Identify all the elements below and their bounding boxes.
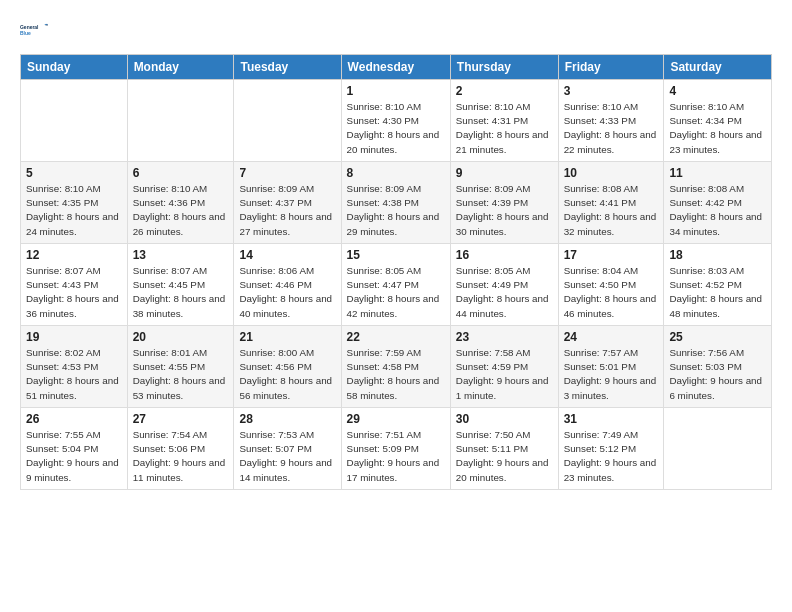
calendar-cell: 30Sunrise: 7:50 AM Sunset: 5:11 PM Dayli… [450,408,558,490]
day-info: Sunrise: 7:49 AM Sunset: 5:12 PM Dayligh… [564,428,659,485]
calendar-week-row: 26Sunrise: 7:55 AM Sunset: 5:04 PM Dayli… [21,408,772,490]
svg-text:Blue: Blue [20,31,31,36]
day-info: Sunrise: 7:59 AM Sunset: 4:58 PM Dayligh… [347,346,445,403]
day-info: Sunrise: 7:55 AM Sunset: 5:04 PM Dayligh… [26,428,122,485]
calendar-cell: 28Sunrise: 7:53 AM Sunset: 5:07 PM Dayli… [234,408,341,490]
logo-icon: General Blue [20,16,48,44]
day-number: 1 [347,84,445,98]
day-number: 15 [347,248,445,262]
calendar-cell: 31Sunrise: 7:49 AM Sunset: 5:12 PM Dayli… [558,408,664,490]
calendar-week-row: 12Sunrise: 8:07 AM Sunset: 4:43 PM Dayli… [21,244,772,326]
calendar-cell: 25Sunrise: 7:56 AM Sunset: 5:03 PM Dayli… [664,326,772,408]
day-info: Sunrise: 7:56 AM Sunset: 5:03 PM Dayligh… [669,346,766,403]
day-info: Sunrise: 7:53 AM Sunset: 5:07 PM Dayligh… [239,428,335,485]
weekday-header-sunday: Sunday [21,55,128,80]
day-info: Sunrise: 8:04 AM Sunset: 4:50 PM Dayligh… [564,264,659,321]
day-number: 11 [669,166,766,180]
day-number: 31 [564,412,659,426]
day-number: 26 [26,412,122,426]
day-number: 13 [133,248,229,262]
day-info: Sunrise: 8:01 AM Sunset: 4:55 PM Dayligh… [133,346,229,403]
calendar-cell: 24Sunrise: 7:57 AM Sunset: 5:01 PM Dayli… [558,326,664,408]
day-number: 7 [239,166,335,180]
day-info: Sunrise: 8:03 AM Sunset: 4:52 PM Dayligh… [669,264,766,321]
calendar-cell: 12Sunrise: 8:07 AM Sunset: 4:43 PM Dayli… [21,244,128,326]
day-number: 16 [456,248,553,262]
weekday-header-row: SundayMondayTuesdayWednesdayThursdayFrid… [21,55,772,80]
day-info: Sunrise: 8:08 AM Sunset: 4:42 PM Dayligh… [669,182,766,239]
day-info: Sunrise: 7:50 AM Sunset: 5:11 PM Dayligh… [456,428,553,485]
calendar-week-row: 1Sunrise: 8:10 AM Sunset: 4:30 PM Daylig… [21,80,772,162]
calendar-cell: 20Sunrise: 8:01 AM Sunset: 4:55 PM Dayli… [127,326,234,408]
calendar-cell: 8Sunrise: 8:09 AM Sunset: 4:38 PM Daylig… [341,162,450,244]
calendar-cell: 6Sunrise: 8:10 AM Sunset: 4:36 PM Daylig… [127,162,234,244]
day-number: 19 [26,330,122,344]
calendar-cell: 9Sunrise: 8:09 AM Sunset: 4:39 PM Daylig… [450,162,558,244]
day-info: Sunrise: 8:05 AM Sunset: 4:49 PM Dayligh… [456,264,553,321]
calendar-page: General Blue SundayMondayTuesdayWednesda… [0,0,792,612]
calendar-cell: 29Sunrise: 7:51 AM Sunset: 5:09 PM Dayli… [341,408,450,490]
calendar-week-row: 5Sunrise: 8:10 AM Sunset: 4:35 PM Daylig… [21,162,772,244]
day-number: 27 [133,412,229,426]
calendar-cell: 2Sunrise: 8:10 AM Sunset: 4:31 PM Daylig… [450,80,558,162]
day-info: Sunrise: 8:08 AM Sunset: 4:41 PM Dayligh… [564,182,659,239]
day-info: Sunrise: 8:10 AM Sunset: 4:36 PM Dayligh… [133,182,229,239]
calendar-cell: 18Sunrise: 8:03 AM Sunset: 4:52 PM Dayli… [664,244,772,326]
calendar-cell [664,408,772,490]
logo: General Blue [20,16,48,44]
day-number: 3 [564,84,659,98]
day-info: Sunrise: 8:00 AM Sunset: 4:56 PM Dayligh… [239,346,335,403]
day-number: 18 [669,248,766,262]
day-number: 24 [564,330,659,344]
day-number: 30 [456,412,553,426]
calendar-cell: 10Sunrise: 8:08 AM Sunset: 4:41 PM Dayli… [558,162,664,244]
calendar-cell: 14Sunrise: 8:06 AM Sunset: 4:46 PM Dayli… [234,244,341,326]
day-info: Sunrise: 8:07 AM Sunset: 4:43 PM Dayligh… [26,264,122,321]
weekday-header-wednesday: Wednesday [341,55,450,80]
weekday-header-friday: Friday [558,55,664,80]
calendar-cell: 7Sunrise: 8:09 AM Sunset: 4:37 PM Daylig… [234,162,341,244]
calendar-cell: 13Sunrise: 8:07 AM Sunset: 4:45 PM Dayli… [127,244,234,326]
day-number: 12 [26,248,122,262]
day-info: Sunrise: 8:09 AM Sunset: 4:38 PM Dayligh… [347,182,445,239]
day-number: 2 [456,84,553,98]
calendar-cell: 17Sunrise: 8:04 AM Sunset: 4:50 PM Dayli… [558,244,664,326]
calendar-cell: 27Sunrise: 7:54 AM Sunset: 5:06 PM Dayli… [127,408,234,490]
day-info: Sunrise: 7:57 AM Sunset: 5:01 PM Dayligh… [564,346,659,403]
day-info: Sunrise: 8:09 AM Sunset: 4:39 PM Dayligh… [456,182,553,239]
day-info: Sunrise: 8:10 AM Sunset: 4:30 PM Dayligh… [347,100,445,157]
calendar-cell: 1Sunrise: 8:10 AM Sunset: 4:30 PM Daylig… [341,80,450,162]
day-info: Sunrise: 7:51 AM Sunset: 5:09 PM Dayligh… [347,428,445,485]
day-info: Sunrise: 8:05 AM Sunset: 4:47 PM Dayligh… [347,264,445,321]
calendar-cell: 21Sunrise: 8:00 AM Sunset: 4:56 PM Dayli… [234,326,341,408]
day-info: Sunrise: 7:58 AM Sunset: 4:59 PM Dayligh… [456,346,553,403]
calendar-cell: 26Sunrise: 7:55 AM Sunset: 5:04 PM Dayli… [21,408,128,490]
day-number: 29 [347,412,445,426]
calendar-cell [234,80,341,162]
weekday-header-tuesday: Tuesday [234,55,341,80]
day-number: 9 [456,166,553,180]
calendar-cell: 3Sunrise: 8:10 AM Sunset: 4:33 PM Daylig… [558,80,664,162]
calendar-week-row: 19Sunrise: 8:02 AM Sunset: 4:53 PM Dayli… [21,326,772,408]
calendar-cell: 23Sunrise: 7:58 AM Sunset: 4:59 PM Dayli… [450,326,558,408]
calendar-cell: 19Sunrise: 8:02 AM Sunset: 4:53 PM Dayli… [21,326,128,408]
calendar-cell [127,80,234,162]
day-info: Sunrise: 8:06 AM Sunset: 4:46 PM Dayligh… [239,264,335,321]
calendar-cell [21,80,128,162]
weekday-header-monday: Monday [127,55,234,80]
day-number: 8 [347,166,445,180]
weekday-header-saturday: Saturday [664,55,772,80]
calendar-cell: 16Sunrise: 8:05 AM Sunset: 4:49 PM Dayli… [450,244,558,326]
svg-text:General: General [20,25,39,30]
calendar-cell: 15Sunrise: 8:05 AM Sunset: 4:47 PM Dayli… [341,244,450,326]
day-info: Sunrise: 8:02 AM Sunset: 4:53 PM Dayligh… [26,346,122,403]
page-header: General Blue [20,16,772,44]
day-number: 5 [26,166,122,180]
day-number: 23 [456,330,553,344]
calendar-cell: 5Sunrise: 8:10 AM Sunset: 4:35 PM Daylig… [21,162,128,244]
day-number: 20 [133,330,229,344]
day-number: 10 [564,166,659,180]
day-number: 22 [347,330,445,344]
day-info: Sunrise: 8:10 AM Sunset: 4:35 PM Dayligh… [26,182,122,239]
day-info: Sunrise: 8:10 AM Sunset: 4:31 PM Dayligh… [456,100,553,157]
